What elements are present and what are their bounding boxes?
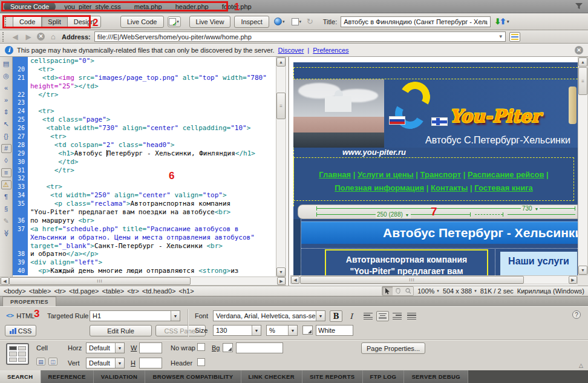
address-input[interactable] [95, 33, 497, 41]
italic-button[interactable]: I [345, 310, 358, 322]
nav-link[interactable]: Контакты [431, 183, 468, 192]
select-parent-tag-icon[interactable]: ↖ [1, 120, 11, 129]
design-view-button[interactable]: Design [67, 16, 101, 28]
preferences-link[interactable]: Preferences [313, 47, 348, 54]
tag-selector-item[interactable]: <td.page> [69, 287, 99, 295]
scroll-down-icon[interactable]: ▼ [578, 266, 587, 275]
results-tab-reference[interactable]: REFERENCE [41, 370, 94, 383]
magnification-select[interactable]: 100%▾ [417, 287, 439, 295]
format-source-code-icon[interactable]: ✎ [1, 217, 11, 226]
width-field[interactable] [139, 342, 162, 353]
outer-width-menu[interactable]: 730 ▼ [521, 205, 540, 212]
html-mode-button[interactable]: <> HTML [6, 312, 34, 319]
table-width-bar[interactable]: 730 ▼ 250 (288) ▼ [298, 205, 578, 219]
balance-braces-icon[interactable]: {} [1, 132, 11, 141]
code-vertical-scrollbar[interactable]: ▲ ≡ ▼ [276, 57, 286, 277]
font-select[interactable]: Verdana, Arial, Helvetica, sans-serif▼ [213, 310, 325, 321]
select-tool-icon[interactable] [382, 287, 393, 295]
refresh-icon[interactable]: ↻ [307, 17, 313, 26]
design-canvas[interactable]: You-Piter Автобус С.Петербург-Хельсинки … [290, 57, 578, 275]
results-tab-ftp-log[interactable]: FTP LOG [363, 370, 405, 383]
title-input[interactable] [341, 16, 491, 27]
no-wrap-checkbox[interactable] [197, 343, 205, 351]
split-cell-icon[interactable]: ◫ [48, 358, 57, 365]
expand-all-icon[interactable]: ⇕ [1, 108, 11, 117]
bg-color-field[interactable] [236, 342, 283, 353]
css-mode-button[interactable]: CSS [5, 325, 36, 336]
results-tab-link-checker[interactable]: LINK CHECKER [241, 370, 303, 383]
tag-selector-item[interactable]: <h1> [179, 287, 194, 295]
window-size-select[interactable]: 504 x 388▾ [443, 287, 477, 295]
align-left-icon[interactable] [362, 311, 374, 321]
scroll-up-icon[interactable]: ▲ [578, 57, 587, 67]
nav-link[interactable]: Услуги и цены [358, 170, 414, 179]
nav-link[interactable]: Транспорт [420, 170, 462, 179]
address-bar-grip[interactable] [2, 32, 5, 42]
back-icon[interactable]: ◀ [10, 33, 20, 41]
collapse-toolbar-icon[interactable]: ≫ [2, 228, 11, 238]
related-file[interactable]: footer.php [222, 3, 252, 10]
live-code-button[interactable]: Live Code [120, 16, 164, 28]
tag-selector-item[interactable]: <tr> [54, 287, 66, 295]
header-checkbox[interactable] [197, 358, 205, 366]
forward-icon[interactable]: ▶ [24, 33, 33, 41]
code-horizontal-scrollbar[interactable]: ◀ III ▶ [0, 277, 286, 286]
align-justify-icon[interactable] [405, 311, 418, 321]
view-options-icon[interactable] [509, 32, 520, 42]
reclama-cell-selected[interactable]: Автотранспортная компания "You-Piter" пр… [325, 249, 488, 275]
align-right-icon[interactable] [391, 311, 403, 321]
toolbar-grip[interactable] [5, 17, 8, 27]
help-icon[interactable]: ? [572, 310, 581, 319]
text-color-swatch[interactable] [302, 326, 313, 335]
collapse-selection-icon[interactable]: » [1, 96, 11, 105]
scroll-right-icon[interactable]: ▶ [569, 276, 577, 284]
design-vertical-scrollbar[interactable]: ▲ ≡ ▼ [578, 57, 588, 275]
results-tab-server-debug[interactable]: SERVER DEBUG [404, 370, 468, 383]
line-numbers-icon[interactable]: # [1, 144, 11, 153]
code-editor[interactable]: cellspacing="0">20 <tr>21 <td><img src="… [13, 57, 276, 277]
scroll-left-icon[interactable]: ◀ [291, 276, 299, 284]
results-tab-validation[interactable]: VALIDATION [94, 370, 146, 383]
edit-rule-button[interactable]: Edit Rule [90, 325, 152, 336]
nav-link[interactable]: Гостевая книга [474, 183, 533, 192]
collapse-full-tag-icon[interactable]: « [1, 83, 11, 93]
discover-link[interactable]: Discover [278, 47, 304, 54]
live-view-button[interactable]: Live View [189, 16, 231, 28]
related-file[interactable]: you_piter_style.css [64, 3, 121, 10]
design-hscroll-thumb[interactable]: III [300, 276, 524, 284]
horz-select[interactable]: Default▼ [86, 342, 125, 353]
scroll-right-icon[interactable]: ▶ [277, 277, 286, 285]
home-icon[interactable]: ⌂ [48, 32, 58, 41]
tag-selector-item[interactable]: <tr> [127, 287, 139, 295]
merge-cells-icon[interactable]: ▤ [36, 358, 45, 365]
services-cell[interactable]: Наши услуги [500, 252, 577, 275]
related-file[interactable]: header.php [175, 3, 209, 10]
align-center-icon[interactable] [376, 311, 389, 321]
results-tab-site-reports[interactable]: SITE REPORTS [302, 370, 362, 383]
size-unit-select[interactable]: %▼ [266, 325, 298, 336]
apply-comment-icon[interactable]: ¶ [1, 192, 11, 201]
nav-link[interactable]: Полезная информация [335, 183, 424, 192]
design-scroll-thumb[interactable]: ≡ [578, 67, 587, 95]
size-select[interactable]: 130▼ [213, 325, 261, 336]
inner-width-menu[interactable]: 250 (288) ▼ [376, 211, 411, 218]
preview-in-browser-icon[interactable]: ▾ [273, 16, 286, 27]
tag-selector-item[interactable]: <body> [4, 287, 26, 295]
related-file[interactable]: meta.php [134, 3, 162, 10]
syntax-error-alerts-icon[interactable]: ⚠ [1, 180, 11, 189]
scroll-left-icon[interactable]: ◀ [1, 277, 9, 285]
tag-selector-item[interactable]: <table> [29, 287, 51, 295]
split-view-button[interactable]: Split [41, 16, 67, 28]
code-view-button[interactable]: Code [13, 16, 42, 28]
results-tab-search[interactable]: SEARCH [0, 370, 41, 383]
word-wrap-icon[interactable]: ≡ [1, 168, 11, 177]
highlight-invalid-code-icon[interactable]: ◊ [1, 156, 11, 165]
close-info-bar-icon[interactable]: ✕ [575, 46, 583, 54]
file-management-icon[interactable]: ⬇⬆▾ [494, 17, 509, 26]
page-properties-button[interactable]: Page Properties... [361, 342, 425, 354]
bg-color-swatch[interactable] [223, 343, 233, 352]
code-scroll-thumb[interactable]: ≡ [276, 93, 286, 119]
design-horizontal-scrollbar[interactable]: ◀ III ▶ [290, 275, 578, 284]
nav-link[interactable]: Главная [319, 170, 351, 179]
targeted-rule-select[interactable]: H1▼ [90, 310, 180, 321]
